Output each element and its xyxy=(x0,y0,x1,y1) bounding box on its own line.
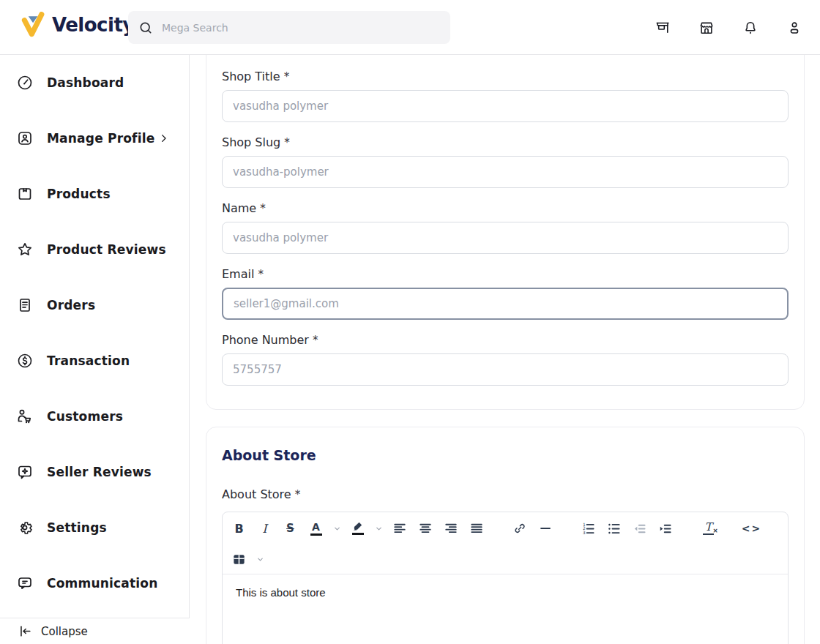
bold-icon[interactable]: B xyxy=(229,519,249,539)
table-icon[interactable] xyxy=(229,550,249,569)
table-dropdown-icon[interactable] xyxy=(255,550,265,569)
sidebar-item-label: Seller Reviews xyxy=(47,465,152,479)
rich-text-editor: B I S A xyxy=(222,512,789,644)
highlight-color-icon[interactable] xyxy=(348,519,368,539)
account-icon[interactable] xyxy=(786,20,802,36)
logo-text: Velocity xyxy=(52,14,135,36)
name-input[interactable] xyxy=(222,222,789,254)
clear-formatting-icon[interactable]: T✕ xyxy=(698,519,718,539)
main-content: Shop Title* Shop Slug* Name* Email* Phon… xyxy=(190,55,820,644)
sidebar-item-orders[interactable]: Orders xyxy=(0,277,189,333)
name-label: Name* xyxy=(222,200,789,217)
sidebar-item-product-reviews[interactable]: Product Reviews xyxy=(0,222,189,277)
person-cart-icon xyxy=(16,408,34,425)
collapse-arrow-icon xyxy=(18,624,32,638)
svg-text:3: 3 xyxy=(583,529,586,534)
logo[interactable]: Velocity xyxy=(20,12,135,38)
chevron-right-icon xyxy=(158,133,169,144)
document-icon xyxy=(16,296,34,314)
text-color-dropdown-icon[interactable] xyxy=(332,519,342,539)
about-store-card: About Store About Store* B I S A xyxy=(206,427,805,644)
user-card-icon xyxy=(16,130,34,147)
text-color-icon[interactable]: A xyxy=(306,519,326,539)
sidebar: Dashboard Manage Profile Products Produc… xyxy=(0,55,190,644)
sidebar-item-label: Customers xyxy=(47,409,123,424)
dollar-circle-icon xyxy=(16,352,34,370)
required-asterisk: * xyxy=(284,136,290,149)
email-input[interactable] xyxy=(222,288,789,320)
required-asterisk: * xyxy=(260,202,266,215)
about-store-title: About Store xyxy=(222,445,789,465)
shop-slug-input[interactable] xyxy=(222,156,789,188)
sidebar-item-customers[interactable]: Customers xyxy=(0,389,189,444)
sidebar-item-label: Communication xyxy=(47,576,158,591)
chat-bubble-icon xyxy=(16,574,34,592)
shop-title-input[interactable] xyxy=(222,90,789,122)
editor-toolbar-row1: B I S A xyxy=(223,512,788,544)
email-label: Email* xyxy=(222,266,789,283)
indent-icon[interactable] xyxy=(655,519,675,539)
sidebar-item-transaction[interactable]: Transaction xyxy=(0,333,189,389)
shop-slug-label: Shop Slug* xyxy=(222,134,789,151)
collapse-label: Collapse xyxy=(41,625,88,638)
code-view-icon[interactable]: <> xyxy=(742,519,761,539)
sidebar-item-dashboard[interactable]: Dashboard xyxy=(0,55,189,111)
search-input[interactable] xyxy=(162,22,440,34)
link-icon[interactable] xyxy=(510,519,529,539)
search-bar[interactable] xyxy=(128,11,450,44)
sidebar-item-products[interactable]: Products xyxy=(0,166,189,222)
align-right-icon[interactable] xyxy=(441,519,461,539)
sidebar-item-settings[interactable]: Settings xyxy=(0,500,189,555)
editor-toolbar-row2 xyxy=(223,544,788,574)
sidebar-item-label: Product Reviews xyxy=(47,242,166,257)
sidebar-item-manage-profile[interactable]: Manage Profile xyxy=(0,111,189,166)
sidebar-collapse-button[interactable]: Collapse xyxy=(0,618,190,644)
about-store-label: About Store* xyxy=(222,486,789,503)
top-header: Velocity xyxy=(0,0,820,55)
shop-title-label: Shop Title* xyxy=(222,68,789,86)
sidebar-item-communication[interactable]: Communication xyxy=(0,555,189,611)
required-asterisk: * xyxy=(258,268,264,281)
phone-number-label: Phone Number* xyxy=(222,332,789,349)
notifications-bell-icon[interactable] xyxy=(742,20,758,36)
highlight-dropdown-icon[interactable] xyxy=(373,519,384,539)
shop-info-card: Shop Title* Shop Slug* Name* Email* Phon… xyxy=(206,55,805,410)
sidebar-item-label: Orders xyxy=(47,298,95,312)
editor-content-area[interactable]: This is about store xyxy=(223,574,788,640)
italic-icon[interactable]: I xyxy=(255,519,275,539)
comment-star-icon xyxy=(16,463,34,481)
sidebar-item-seller-reviews[interactable]: Seller Reviews xyxy=(0,444,189,500)
sidebar-item-label: Products xyxy=(47,187,111,201)
sidebar-item-label: Manage Profile xyxy=(47,131,154,146)
ordered-list-icon[interactable]: 1 2 3 xyxy=(578,519,598,539)
required-asterisk: * xyxy=(284,70,290,83)
outdent-icon[interactable] xyxy=(630,519,649,539)
sidebar-item-label: Dashboard xyxy=(47,75,124,90)
align-justify-icon[interactable] xyxy=(466,519,486,539)
align-left-icon[interactable] xyxy=(390,519,409,539)
storefront-icon[interactable] xyxy=(655,20,671,36)
sidebar-item-label: Settings xyxy=(47,520,107,535)
store-icon[interactable] xyxy=(698,20,715,36)
search-icon xyxy=(138,20,153,35)
required-asterisk: * xyxy=(313,334,318,347)
sidebar-item-label: Transaction xyxy=(47,353,130,368)
star-icon xyxy=(16,241,34,258)
velocity-logo-icon xyxy=(20,12,47,38)
strikethrough-icon[interactable]: S xyxy=(280,519,300,539)
package-icon xyxy=(16,185,34,203)
text-color-swatch xyxy=(310,533,322,536)
unordered-list-icon[interactable] xyxy=(604,519,624,539)
header-icons xyxy=(655,0,802,55)
gear-icon xyxy=(16,519,34,536)
gauge-icon xyxy=(16,74,34,91)
phone-number-input[interactable] xyxy=(222,353,789,386)
highlight-color-swatch xyxy=(352,533,364,535)
align-center-icon[interactable] xyxy=(415,519,435,539)
required-asterisk: * xyxy=(295,488,301,501)
horizontal-rule-icon[interactable] xyxy=(535,519,555,539)
